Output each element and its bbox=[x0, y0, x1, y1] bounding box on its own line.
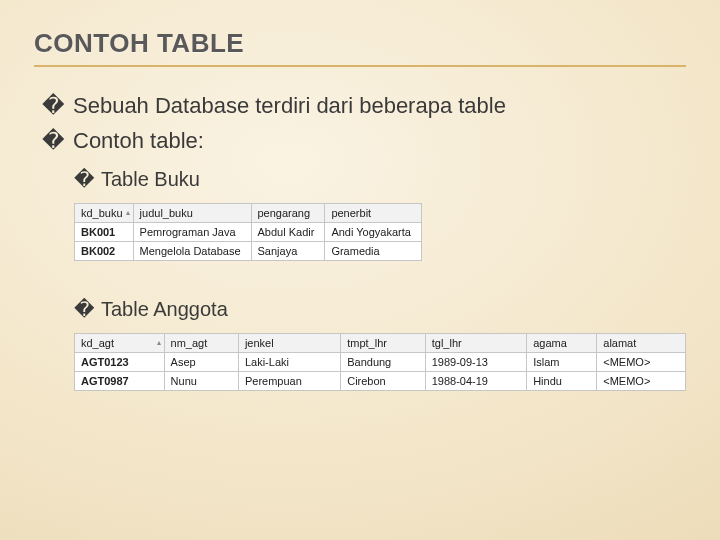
bullet-glyph-icon: � bbox=[42, 91, 65, 122]
cell: Pemrograman Java bbox=[133, 222, 251, 241]
col-alamat: alamat bbox=[597, 333, 686, 352]
col-penerbit: penerbit bbox=[325, 203, 422, 222]
table-row: AGT0123 Asep Laki-Laki Bandung 1989-09-1… bbox=[75, 352, 686, 371]
sub-bullet-text: Table Buku bbox=[101, 168, 200, 191]
col-pengarang: pengarang bbox=[251, 203, 325, 222]
cell: Mengelola Database bbox=[133, 241, 251, 260]
cell: <MEMO> bbox=[597, 371, 686, 390]
table-header-row: kd_agt▴ nm_agt jenkel tmpt_lhr tgl_lhr a… bbox=[75, 333, 686, 352]
cell: 1988-04-19 bbox=[425, 371, 526, 390]
table-buku-wrap: kd_buku▴ judul_buku pengarang penerbit B… bbox=[74, 203, 422, 261]
sort-arrow-icon: ▴ bbox=[126, 208, 130, 217]
cell: Hindu bbox=[527, 371, 597, 390]
col-agama: agama bbox=[527, 333, 597, 352]
table-row: AGT0987 Nunu Perempuan Cirebon 1988-04-1… bbox=[75, 371, 686, 390]
slide: CONTOH TABLE � Sebuah Database terdiri d… bbox=[0, 0, 720, 417]
cell: Cirebon bbox=[341, 371, 426, 390]
col-tgl-lhr: tgl_lhr bbox=[425, 333, 526, 352]
table-anggota-wrap: kd_agt▴ nm_agt jenkel tmpt_lhr tgl_lhr a… bbox=[74, 333, 686, 391]
bullet-item-1: � Sebuah Database terdiri dari beberapa … bbox=[42, 91, 686, 122]
bullet-item-2: � Contoh table: bbox=[42, 126, 686, 157]
table-row: BK002 Mengelola Database Sanjaya Gramedi… bbox=[75, 241, 422, 260]
sub-bullet-text: Table Anggota bbox=[101, 298, 228, 321]
cell: <MEMO> bbox=[597, 352, 686, 371]
cell: Nunu bbox=[164, 371, 238, 390]
bullet-text: Contoh table: bbox=[73, 126, 204, 157]
cell: Laki-Laki bbox=[238, 352, 340, 371]
bullet-glyph-icon: � bbox=[74, 297, 95, 321]
sort-arrow-icon: ▴ bbox=[157, 338, 161, 347]
col-jenkel: jenkel bbox=[238, 333, 340, 352]
cell: Sanjaya bbox=[251, 241, 325, 260]
sub-bullet-anggota: � Table Anggota bbox=[74, 297, 686, 321]
col-judul-buku: judul_buku bbox=[133, 203, 251, 222]
bullet-glyph-icon: � bbox=[42, 126, 65, 157]
table-anggota: kd_agt▴ nm_agt jenkel tmpt_lhr tgl_lhr a… bbox=[74, 333, 686, 391]
col-tmpt-lhr: tmpt_lhr bbox=[341, 333, 426, 352]
col-kd-buku: kd_buku▴ bbox=[75, 203, 134, 222]
col-nm-agt: nm_agt bbox=[164, 333, 238, 352]
cell: BK002 bbox=[75, 241, 134, 260]
cell: Abdul Kadir bbox=[251, 222, 325, 241]
cell: Islam bbox=[527, 352, 597, 371]
cell: AGT0123 bbox=[75, 352, 165, 371]
cell: Asep bbox=[164, 352, 238, 371]
cell: BK001 bbox=[75, 222, 134, 241]
cell: Andi Yogyakarta bbox=[325, 222, 422, 241]
cell: AGT0987 bbox=[75, 371, 165, 390]
table-header-row: kd_buku▴ judul_buku pengarang penerbit bbox=[75, 203, 422, 222]
cell: 1989-09-13 bbox=[425, 352, 526, 371]
table-row: BK001 Pemrograman Java Abdul Kadir Andi … bbox=[75, 222, 422, 241]
cell: Gramedia bbox=[325, 241, 422, 260]
table-buku: kd_buku▴ judul_buku pengarang penerbit B… bbox=[74, 203, 422, 261]
bullet-glyph-icon: � bbox=[74, 167, 95, 191]
cell: Bandung bbox=[341, 352, 426, 371]
col-kd-agt: kd_agt▴ bbox=[75, 333, 165, 352]
sub-bullet-buku: � Table Buku bbox=[74, 167, 686, 191]
cell: Perempuan bbox=[238, 371, 340, 390]
slide-title: CONTOH TABLE bbox=[34, 28, 686, 67]
bullet-text: Sebuah Database terdiri dari beberapa ta… bbox=[73, 91, 506, 122]
